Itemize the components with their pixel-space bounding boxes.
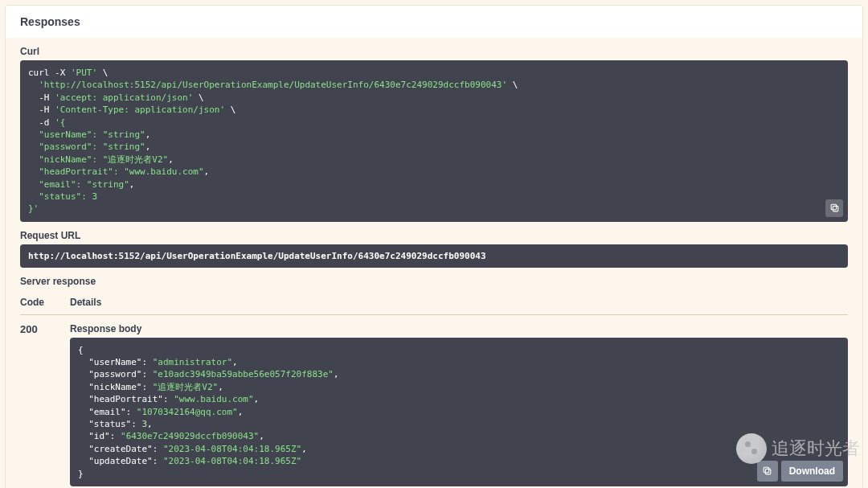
server-response-table-head: Code Details	[20, 290, 848, 315]
curl-method: 'PUT'	[71, 68, 97, 78]
copy-curl-button[interactable]	[825, 199, 843, 217]
curl-body-open: '{	[55, 117, 65, 128]
respbody-password: e10adc3949ba59abbe56e057f20f883e	[158, 369, 328, 379]
curl-line-status: "status": 3	[39, 191, 97, 202]
responses-card: Responses Curl curl -X 'PUT' \ 'http://l…	[5, 5, 863, 488]
response-body-block: { "userName": "administrator", "password…	[70, 338, 848, 486]
curl-header-contenttype: 'Content-Type: application/json'	[55, 105, 225, 115]
svg-rect-1	[831, 204, 837, 209]
curl-line-headportrait: "headPortrait": "www.baidu.com"	[39, 166, 203, 177]
copy-response-button[interactable]	[757, 461, 778, 482]
curl-url: 'http://localhost:5152/api/UserOperation…	[39, 80, 507, 90]
curl-header-accept: 'accept: application/json'	[55, 92, 193, 103]
status-code: 200	[20, 323, 70, 488]
respbody-headportrait: www.baidu.com	[179, 394, 248, 404]
curl-prefix: curl -X	[28, 68, 71, 78]
respbody-nickname: 追逐时光者V2	[158, 382, 212, 392]
respbody-createdate: 2023-04-08T04:04:18.965Z	[169, 444, 297, 454]
respbody-email: 1070342164@qq.com	[141, 407, 232, 417]
respbody-username: administrator	[158, 357, 227, 367]
responses-header: Responses	[6, 6, 862, 38]
respbody-updatedate: 2023-04-08T04:04:18.965Z	[169, 456, 297, 466]
svg-rect-0	[833, 207, 838, 212]
curl-block: curl -X 'PUT' \ 'http://localhost:5152/a…	[20, 60, 848, 222]
curl-line-nickname: "nickName": "追逐时光者V2"	[39, 154, 168, 165]
col-code-header: Code	[20, 297, 70, 308]
curl-line-username: "userName": "string"	[39, 129, 145, 140]
curl-line-password: "password": "string"	[39, 141, 145, 152]
svg-rect-2	[766, 470, 772, 475]
curl-body-close: }'	[28, 203, 39, 214]
server-response-label: Server response	[20, 268, 848, 290]
request-url-block: http://localhost:5152/api/UserOperationE…	[20, 244, 848, 268]
response-body-label: Response body	[70, 323, 848, 338]
response-row: 200 Response body { "userName": "adminis…	[20, 315, 848, 488]
col-details-header: Details	[70, 297, 848, 308]
curl-label: Curl	[20, 38, 848, 60]
curl-line-email: "email": "string"	[39, 179, 129, 190]
svg-rect-3	[764, 468, 769, 474]
download-button[interactable]: Download	[781, 461, 843, 482]
request-url-label: Request URL	[20, 222, 848, 244]
respbody-id: 6430e7c249029dccfb090043	[126, 431, 254, 441]
